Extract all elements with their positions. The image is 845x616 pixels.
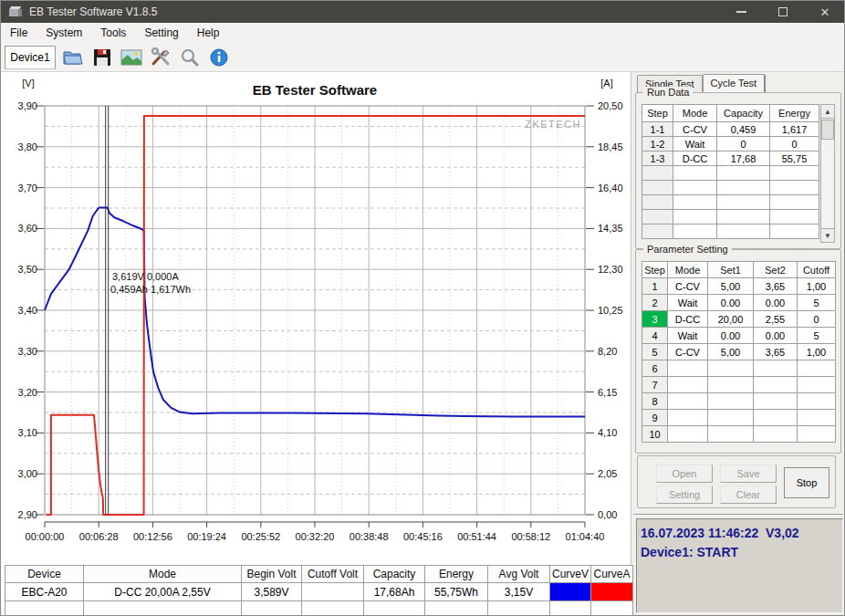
table-cell[interactable]: 0.00 [754,295,798,311]
save-params-button[interactable]: Save [720,465,777,483]
clear-button[interactable]: Clear [720,485,777,504]
table-cell[interactable]: 55,75 [770,151,819,166]
table-cell[interactable] [673,181,717,195]
table-cell[interactable] [770,224,819,239]
open-button[interactable]: Open [656,465,713,483]
table-cell[interactable]: 1-1 [642,122,673,137]
table-cell[interactable] [673,195,717,210]
open-file-button[interactable] [61,47,85,68]
run-data-scrollbar[interactable]: ▲ ▼ [820,104,835,243]
up-arrow-icon[interactable]: ▲ [821,105,834,119]
table-cell[interactable]: D-CC [668,311,708,328]
table-cell[interactable] [642,210,673,224]
table-cell[interactable] [717,195,770,210]
table-cell[interactable]: Wait [668,295,708,311]
table-cell[interactable] [754,377,798,393]
table-cell[interactable] [668,393,708,410]
about-button[interactable] [207,47,231,68]
table-cell[interactable] [673,224,717,239]
table-cell[interactable]: 0.00 [708,295,754,311]
stop-button[interactable]: Stop [784,467,829,498]
table-cell[interactable] [708,393,754,410]
down-arrow-icon[interactable]: ▼ [821,228,834,242]
device-tab[interactable]: Device1 [5,46,56,69]
menu-setting[interactable]: Setting [135,24,187,42]
minimize-button[interactable] [720,1,762,23]
table-cell[interactable] [708,360,754,377]
table-cell[interactable]: 5,00 [708,278,754,295]
table-cell[interactable] [668,410,708,426]
table-cell[interactable] [717,224,770,239]
table-cell[interactable]: 8 [642,393,668,410]
table-cell[interactable]: 5 [642,344,668,360]
table-cell[interactable]: 2 [642,295,668,311]
table-cell[interactable] [770,195,819,210]
table-cell[interactable]: 2,55 [754,311,798,328]
setting-button[interactable]: Setting [656,485,713,504]
table-cell[interactable]: C-CV [668,278,708,295]
table-cell[interactable] [668,426,708,443]
table-cell[interactable]: 1-2 [642,137,673,151]
table-cell[interactable]: 1,00 [798,344,836,360]
table-cell[interactable]: 0.00 [754,328,798,344]
table-cell[interactable]: 1,617 [770,122,819,137]
table-cell[interactable]: C-CV [673,122,717,137]
menu-system[interactable]: System [37,24,91,42]
table-cell[interactable] [754,426,798,443]
table-cell-swatch[interactable]: 3 [642,311,668,328]
table-cell[interactable] [642,195,673,210]
zoom-button[interactable] [178,47,202,68]
table-cell[interactable] [717,210,770,224]
menu-file[interactable]: File [1,24,37,42]
table-cell[interactable] [708,377,754,393]
table-cell[interactable]: 1-3 [642,151,673,166]
table-cell[interactable] [754,360,798,377]
maximize-button[interactable] [762,1,804,23]
table-cell[interactable]: 5,00 [708,344,754,360]
table-cell[interactable]: 1,00 [798,278,836,295]
table-cell[interactable]: C-CV [668,344,708,360]
tools-button[interactable] [149,47,172,68]
table-cell[interactable] [708,410,754,426]
table-cell[interactable] [708,426,754,443]
table-cell[interactable] [668,360,708,377]
table-cell-swatch[interactable] [591,583,633,601]
save-button[interactable] [90,47,114,68]
close-button[interactable]: ✕ [804,1,845,23]
table-cell[interactable]: 17,68 [717,151,770,166]
table-cell[interactable] [798,360,836,377]
table-cell[interactable] [798,377,836,393]
table-cell[interactable] [642,181,673,195]
menu-tools[interactable]: Tools [91,24,135,42]
table-cell[interactable] [770,181,819,195]
table-cell[interactable] [798,426,836,443]
table-cell[interactable] [673,210,717,224]
table-cell[interactable]: 3,65 [754,344,798,360]
table-cell[interactable]: Wait [668,328,708,344]
table-cell[interactable]: 6 [642,360,668,377]
table-cell[interactable] [673,166,717,181]
table-cell[interactable] [798,410,836,426]
table-cell[interactable]: D-CC [673,151,717,166]
table-cell[interactable]: 0 [798,311,836,328]
table-cell[interactable]: 9 [642,410,668,426]
table-cell[interactable] [754,410,798,426]
table-cell[interactable] [770,210,819,224]
table-cell[interactable]: 7 [642,377,668,393]
table-cell[interactable]: 0.00 [708,328,754,344]
table-cell[interactable] [717,181,770,195]
table-cell-swatch[interactable] [550,583,591,601]
menu-help[interactable]: Help [188,24,229,42]
scrollbar-thumb[interactable] [821,120,834,140]
table-cell[interactable]: 0 [717,137,770,151]
table-cell[interactable]: 5 [798,295,836,311]
table-cell[interactable]: 5 [798,328,836,344]
table-cell[interactable] [770,166,819,181]
table-cell[interactable] [798,393,836,410]
table-cell[interactable] [754,393,798,410]
table-cell[interactable]: 20,00 [708,311,754,328]
table-cell[interactable] [642,166,673,181]
table-cell[interactable]: 0 [770,137,819,151]
table-cell[interactable] [717,166,770,181]
table-cell[interactable]: 0,459 [717,122,770,137]
